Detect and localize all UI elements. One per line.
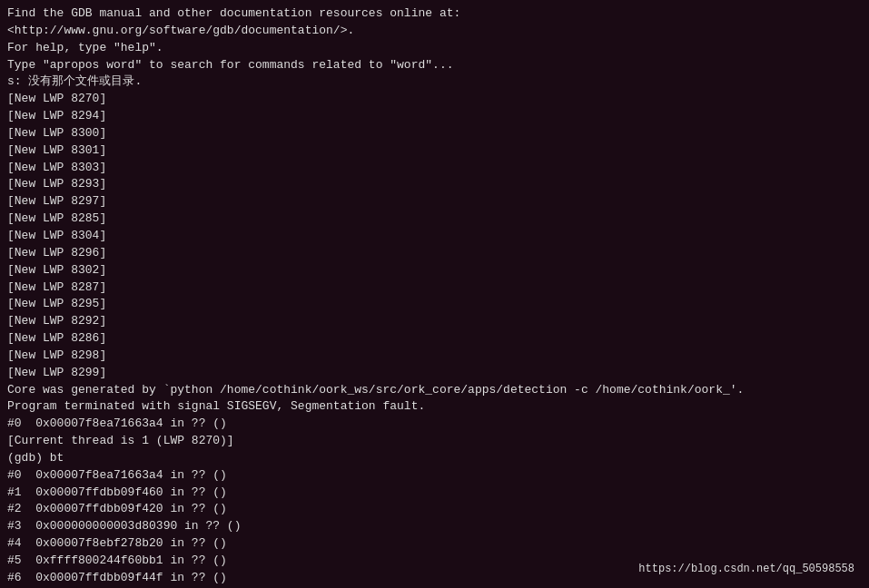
terminal-line: [New LWP 8302]: [7, 262, 862, 279]
terminal-line: #1 0x00007ffdbb09f460 in ?? (): [7, 485, 862, 502]
terminal-line: Type "apropos word" to search for comman…: [7, 57, 862, 74]
terminal-line: [New LWP 8293]: [7, 176, 862, 193]
terminal-line: [New LWP 8287]: [7, 279, 862, 297]
terminal-line: #0 0x00007f8ea71663a4 in ?? (): [7, 467, 862, 485]
terminal-line: For help, type "help".: [7, 40, 862, 57]
terminal-content: Find the GDB manual and other documentat…: [7, 5, 862, 588]
terminal-line: [New LWP 8297]: [7, 193, 862, 211]
terminal-line: [New LWP 8304]: [7, 228, 862, 245]
terminal-line: #2 0x00007ffdbb09f420 in ?? (): [7, 501, 862, 518]
terminal-line: [New LWP 8270]: [7, 91, 862, 108]
terminal-line: [New LWP 8295]: [7, 296, 862, 313]
terminal-line: [New LWP 8303]: [7, 160, 862, 177]
terminal-line: [New LWP 8285]: [7, 211, 862, 228]
terminal-line: [New LWP 8300]: [7, 125, 862, 142]
terminal-line: <http://www.gnu.org/software/gdb/documen…: [7, 23, 862, 40]
terminal-line: Core was generated by `python /home/coth…: [7, 382, 862, 399]
terminal-line: [New LWP 8296]: [7, 245, 862, 262]
terminal-line: #0 0x00007f8ea71663a4 in ?? (): [7, 416, 862, 433]
terminal-line: [New LWP 8298]: [7, 348, 862, 365]
terminal-line: [New LWP 8299]: [7, 365, 862, 382]
terminal-line: [Current thread is 1 (LWP 8270)]: [7, 433, 862, 450]
terminal-line: [New LWP 8294]: [7, 108, 862, 125]
terminal-line: Program terminated with signal SIGSEGV, …: [7, 398, 862, 416]
terminal-line: [New LWP 8301]: [7, 142, 862, 160]
terminal-line: #4 0x00007f8ebf278b20 in ?? (): [7, 535, 862, 553]
terminal-line: [New LWP 8286]: [7, 330, 862, 348]
watermark: https://blog.csdn.net/qq_50598558: [638, 562, 854, 577]
terminal-line: (gdb) bt: [7, 450, 862, 467]
terminal-line: [New LWP 8292]: [7, 313, 862, 330]
terminal-line: #3 0x000000000003d80390 in ?? (): [7, 518, 862, 535]
terminal-line: Find the GDB manual and other documentat…: [7, 5, 862, 23]
terminal-line: s: 没有那个文件或目录.: [7, 74, 862, 91]
terminal-window: { "lines": [ {"text": "Find the GDB manu…: [7, 5, 862, 583]
